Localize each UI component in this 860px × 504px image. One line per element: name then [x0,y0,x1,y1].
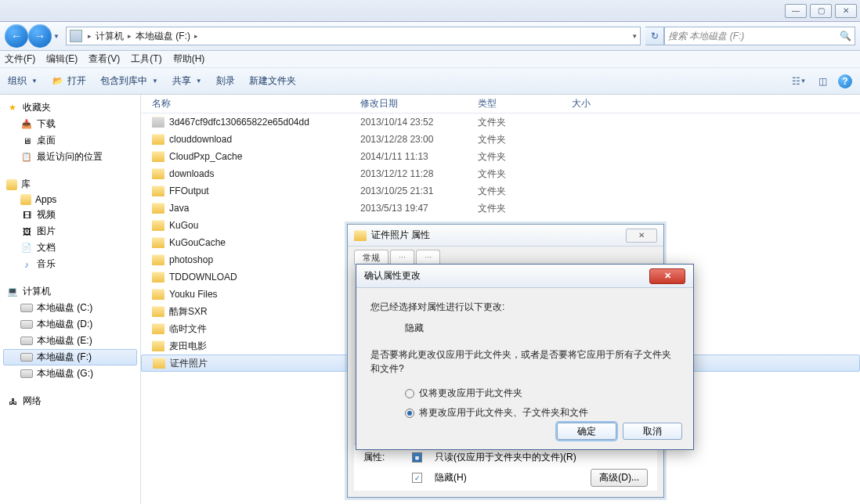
menu-edit[interactable]: 编辑(E) [46,52,78,66]
search-input[interactable]: 搜索 本地磁盘 (F:) 🔍 [664,27,855,45]
file-name: 证件照片 [170,357,361,370]
help-icon[interactable]: ? [838,74,852,88]
confirm-close-button[interactable]: ✕ [649,268,685,284]
close-button[interactable]: ✕ [835,4,857,18]
sidebar-music[interactable]: ♪音乐 [3,256,137,272]
forward-button[interactable]: → [28,24,52,48]
search-icon[interactable]: 🔍 [840,31,851,41]
chevron-right-icon[interactable]: ▸ [124,32,136,40]
sidebar-desktop[interactable]: 🖥桌面 [3,132,137,149]
sidebar-drive-f[interactable]: 本地磁盘 (F:) [3,349,137,365]
folder-open-icon: 📂 [52,75,64,88]
column-type[interactable]: 类型 [478,97,572,110]
menu-tools[interactable]: 工具(T) [131,52,161,66]
confirm-dialog: 确认属性更改 ✕ 您已经选择对属性进行以下更改: 隐藏 是否要将此更改仅应用于此… [356,264,694,450]
preview-pane-button[interactable]: ◫ [815,74,830,88]
minimize-button[interactable]: — [785,4,807,18]
tab-other[interactable]: ··· [390,250,414,265]
sidebar-recent[interactable]: 📋最近访问的位置 [3,149,137,165]
computer-icon [70,30,82,42]
chevron-right-icon[interactable]: ▸ [190,32,202,40]
library-icon [6,179,17,190]
properties-close-button[interactable]: ✕ [626,229,657,243]
menu-bar: 文件(F) 编辑(E) 查看(V) 工具(T) 帮助(H) [0,51,860,68]
sidebar-favorites[interactable]: ★收藏夹 [3,99,137,116]
sidebar-apps[interactable]: Apps [3,193,137,207]
file-row[interactable]: downloads2013/12/12 11:28文件夹 [141,165,860,182]
address-dropdown-icon[interactable]: ▾ [633,32,637,40]
file-row[interactable]: FFOutput2013/10/25 21:31文件夹 [141,182,860,200]
file-date: 2014/1/11 11:13 [360,151,478,162]
advanced-button[interactable]: 高级(D)... [591,469,648,487]
ok-button[interactable]: 确定 [557,423,616,440]
hidden-checkbox[interactable]: ✓ [412,473,422,483]
sidebar-downloads[interactable]: 📥下载 [3,116,137,132]
confirm-title: 确认属性更改 [364,269,421,283]
sidebar-network[interactable]: 🖧网络 [3,393,137,409]
folder-icon [152,306,164,317]
file-name: Java [169,203,360,214]
sidebar-drive-d[interactable]: 本地磁盘 (D:) [3,316,137,333]
breadcrumb-drive[interactable]: 本地磁盘 (F:) [136,30,190,43]
radio-icon [405,389,414,398]
breadcrumb-computer[interactable]: 计算机 [96,30,124,43]
column-name[interactable]: 名称 [141,97,360,110]
folder-icon [152,289,164,300]
network-icon: 🖧 [6,395,19,408]
refresh-button[interactable]: ↻ [645,27,664,45]
file-date: 2013/12/28 23:00 [360,134,478,145]
view-options-button[interactable]: ☷ ▼ [791,74,807,88]
cancel-button[interactable]: 取消 [623,423,682,440]
readonly-checkbox[interactable]: ■ [412,452,422,463]
sidebar-pictures[interactable]: 🖼图片 [3,223,137,239]
include-library-button[interactable]: 包含到库中▼ [100,74,158,88]
search-placeholder: 搜索 本地磁盘 (F:) [668,30,744,43]
file-name: downloads [169,168,360,179]
back-button[interactable]: ← [5,24,28,48]
download-icon: 📥 [20,118,33,131]
file-type: 文件夹 [478,167,572,181]
sidebar-drive-c[interactable]: 本地磁盘 (C:) [3,300,137,316]
file-row[interactable]: Java2013/5/13 19:47文件夹 [141,200,860,217]
sidebar-drive-e[interactable]: 本地磁盘 (E:) [3,333,137,349]
share-button[interactable]: 共享▼ [172,74,202,88]
file-type: 文件夹 [478,116,572,129]
maximize-button[interactable]: ▢ [810,4,832,18]
sidebar-documents[interactable]: 📄文档 [3,239,137,256]
folder-icon [354,230,367,241]
sidebar-libraries[interactable]: 库 [3,176,137,193]
history-dropdown-icon[interactable]: ▼ [52,24,61,48]
open-button[interactable]: 📂打开 [52,74,86,88]
file-date: 2013/10/25 21:31 [360,185,478,196]
file-row[interactable]: CloudPxp_Cache2014/1/11 11:13文件夹 [141,148,860,165]
tab-other[interactable]: ··· [416,250,440,265]
burn-button[interactable]: 刻录 [216,74,235,88]
sidebar-videos[interactable]: 🎞视频 [3,207,137,223]
file-name: KuGou [169,220,360,231]
folder-icon [152,254,164,265]
properties-body: 属性: ■ 只读(仅应用于文件夹中的文件)(R) ✓ 隐藏(H) 高级(D)..… [354,444,657,491]
desktop-icon: 🖥 [20,135,33,147]
column-date[interactable]: 修改日期 [360,97,478,110]
radio-this-folder-only[interactable]: 仅将更改应用于此文件夹 [405,387,679,400]
folder-icon [20,194,31,205]
menu-help[interactable]: 帮助(H) [173,52,205,66]
new-folder-button[interactable]: 新建文件夹 [249,74,296,88]
menu-view[interactable]: 查看(V) [89,52,120,66]
menu-file[interactable]: 文件(F) [5,52,35,66]
address-bar[interactable]: ▸ 计算机 ▸ 本地磁盘 (F:) ▸ ▾ [66,27,641,45]
sidebar-computer[interactable]: 💻计算机 [3,283,137,300]
organize-button[interactable]: 组织▼ [8,74,38,88]
tab-general[interactable]: 常规 [354,250,388,265]
chevron-right-icon[interactable]: ▸ [84,32,96,40]
sidebar-drive-g[interactable]: 本地磁盘 (G:) [3,365,137,382]
confirm-titlebar[interactable]: 确认属性更改 ✕ [356,265,693,288]
file-type: 文件夹 [478,185,572,198]
properties-tabs: 常规 ··· ··· [348,247,663,265]
file-row[interactable]: 3d467cf9dfc130665822e65d04dd2013/10/14 2… [141,113,860,131]
column-size[interactable]: 大小 [572,97,634,110]
radio-apply-all[interactable]: 将更改应用于此文件夹、子文件夹和文件 [405,406,679,419]
column-headers: 名称 修改日期 类型 大小 [141,95,860,113]
file-row[interactable]: clouddownload2013/12/28 23:00文件夹 [141,131,860,148]
properties-titlebar[interactable]: 证件照片 属性 ✕ [348,225,663,247]
